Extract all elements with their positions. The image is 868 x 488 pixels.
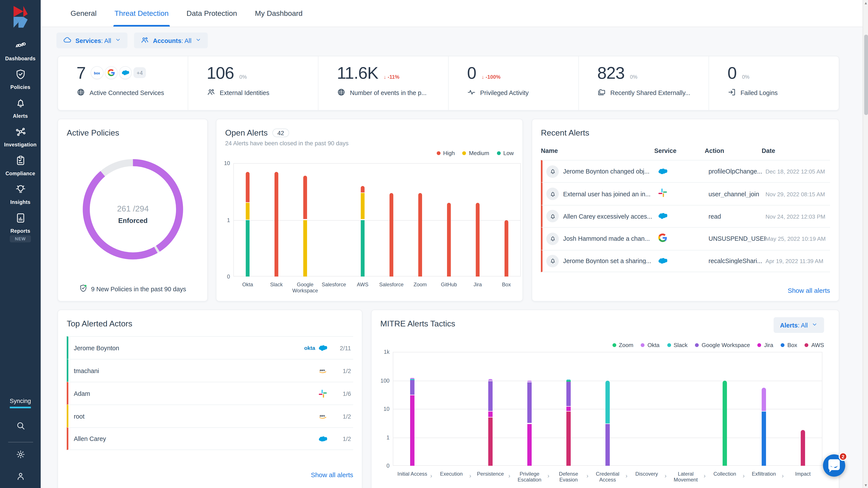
- bar-segment[interactable]: [723, 381, 727, 466]
- sidebar-item-reports[interactable]: Reports NEW: [0, 209, 41, 247]
- accounts-filter-dropdown[interactable]: Accounts: All: [134, 33, 208, 48]
- kpi-delta: ↓ -11%: [384, 74, 400, 80]
- slack-logo-icon: [318, 389, 327, 398]
- actor-row[interactable]: root aws 1/2: [67, 404, 353, 427]
- alert-row[interactable]: External user has joined an in... user_c…: [541, 183, 830, 205]
- bar-segment[interactable]: [566, 412, 571, 466]
- salesforce-logo-icon: [121, 70, 129, 75]
- actor-row[interactable]: Allen Carey 1/2: [67, 427, 353, 450]
- bar-segment[interactable]: [410, 380, 414, 395]
- show-all-alerts-link[interactable]: Show all alerts: [788, 287, 830, 295]
- bar-segment[interactable]: [303, 220, 307, 276]
- page-scrollbar[interactable]: ▲ ▼: [863, 0, 868, 488]
- tab-threat-detection[interactable]: Threat Detection: [115, 0, 169, 27]
- sidebar-nav: Dashboards Policies Alerts Investigation…: [0, 36, 41, 247]
- actor-row[interactable]: Jerome Boynton okta 2/11: [67, 336, 353, 359]
- bar-segment[interactable]: [606, 424, 610, 466]
- bar-segment[interactable]: [488, 381, 493, 411]
- bar-segment[interactable]: [762, 388, 766, 411]
- tab-my-dashboard[interactable]: My Dashboard: [255, 0, 303, 27]
- bar-segment[interactable]: [762, 412, 766, 466]
- sidebar-item-dashboards[interactable]: Dashboards: [0, 36, 41, 65]
- bar-segment[interactable]: [566, 381, 571, 406]
- column-header-action[interactable]: Action: [705, 148, 762, 154]
- bar-segment[interactable]: [476, 203, 480, 276]
- tab-data-protection[interactable]: Data Protection: [187, 0, 237, 27]
- kpi-privileged-activity[interactable]: 0 ↓ -100% Privileged Activity: [448, 56, 578, 110]
- bar-segment[interactable]: [361, 220, 365, 276]
- sidebar-item-policies[interactable]: Policies: [0, 65, 41, 94]
- bar-segment[interactable]: [488, 417, 493, 466]
- bar-segment[interactable]: [410, 378, 414, 379]
- bar-segment[interactable]: [410, 395, 414, 466]
- bar-segment[interactable]: [488, 379, 493, 381]
- bar-segment[interactable]: [566, 406, 571, 411]
- user-icon[interactable]: [16, 471, 25, 483]
- sidebar-item-alerts[interactable]: Alerts: [0, 94, 41, 123]
- actor-service-logos: aws: [318, 413, 327, 419]
- actor-name: root: [74, 413, 318, 419]
- column-header-name[interactable]: Name: [541, 148, 654, 154]
- kpi-number-of-events-in-the-p[interactable]: 11.6K ↓ -11% Number of events in the p..…: [318, 56, 448, 110]
- sidebar-item-insights[interactable]: Insights: [0, 180, 41, 209]
- scroll-up-arrow[interactable]: ▲: [864, 1, 868, 5]
- bar-segment[interactable]: [361, 193, 365, 219]
- google-logo-icon: [658, 233, 668, 242]
- kpi-external-identities[interactable]: 106 0% External Identities: [188, 56, 318, 110]
- x-axis-label: Lateral Movement: [668, 470, 704, 483]
- bar-segment[interactable]: [418, 193, 422, 276]
- actor-alert-count: 1/2: [335, 435, 351, 442]
- kpi-recently-shared-externally[interactable]: 823 0% Recently Shared Externally...: [578, 56, 709, 110]
- actor-row[interactable]: tmachani aws 1/2: [67, 359, 353, 382]
- scrollbar-thumb[interactable]: [864, 35, 868, 115]
- search-icon[interactable]: [16, 421, 25, 433]
- alert-action: recalcSingleShari...: [709, 258, 766, 264]
- show-all-alerts-link[interactable]: Show all alerts: [311, 471, 353, 479]
- bar-segment[interactable]: [246, 220, 250, 276]
- bar-segment[interactable]: [504, 220, 508, 276]
- bar-segment[interactable]: [390, 193, 394, 276]
- sidebar-item-label: Alerts: [13, 113, 28, 119]
- bar-segment[interactable]: [606, 381, 610, 423]
- chat-widget-button[interactable]: 2: [823, 454, 845, 477]
- bar-segment[interactable]: [527, 382, 532, 423]
- bar-segment[interactable]: [527, 381, 532, 382]
- recent-alerts-title: Recent Alerts: [541, 128, 830, 137]
- column-header-date[interactable]: Date: [762, 148, 830, 154]
- globe-icon: [337, 88, 346, 98]
- bar-segment[interactable]: [275, 172, 278, 276]
- actor-service-logos: [318, 436, 327, 442]
- alert-row[interactable]: Allen Carey excessively acces... read No…: [541, 205, 830, 227]
- tab-general[interactable]: General: [70, 0, 97, 27]
- bar-segment[interactable]: [488, 412, 493, 417]
- bar-segment[interactable]: [303, 176, 307, 219]
- actor-service-logos: okta: [304, 345, 327, 351]
- alert-row[interactable]: Jerome Boynton changed obj... profileOlp…: [541, 160, 830, 183]
- x-axis-label: AWS: [348, 282, 377, 288]
- actor-service-logos: [318, 389, 327, 398]
- sidebar-item-investigation[interactable]: Investigation: [0, 123, 41, 152]
- scroll-down-arrow[interactable]: ▼: [864, 483, 868, 487]
- x-axis-label: Collection: [707, 470, 743, 477]
- alert-row[interactable]: Josh Hammond made a chan... UNSUSPEND_US…: [541, 227, 830, 250]
- bar-segment[interactable]: [410, 379, 414, 380]
- bar-segment[interactable]: [246, 172, 250, 202]
- actor-alert-count: 1/2: [335, 367, 351, 374]
- services-filter-dropdown[interactable]: Services: All: [56, 33, 127, 48]
- bar-segment[interactable]: [801, 430, 805, 466]
- bar-segment[interactable]: [246, 203, 250, 219]
- column-header-service[interactable]: Service: [654, 148, 705, 154]
- bar-segment[interactable]: [447, 203, 451, 276]
- gear-icon[interactable]: [16, 450, 25, 461]
- bar-segment[interactable]: [361, 186, 365, 192]
- bar-segment[interactable]: [527, 424, 532, 466]
- salesforce-logo-icon: [658, 213, 668, 219]
- recent-alerts-rows: Jerome Boynton changed obj... profileOlp…: [541, 160, 830, 272]
- actor-row[interactable]: Adam 1/6: [67, 382, 353, 404]
- kpi-failed-logins[interactable]: 0 0% Failed Logins: [709, 56, 839, 110]
- sidebar-item-compliance[interactable]: Compliance: [0, 152, 41, 180]
- bell-avatar-icon: [547, 232, 559, 245]
- kpi-active-connected-services[interactable]: 7 box +4 Active Connected Services: [58, 56, 188, 110]
- alert-row[interactable]: Jerome Boynton set a sharing... recalcSi…: [541, 250, 830, 272]
- docontrol-logo[interactable]: [9, 5, 32, 29]
